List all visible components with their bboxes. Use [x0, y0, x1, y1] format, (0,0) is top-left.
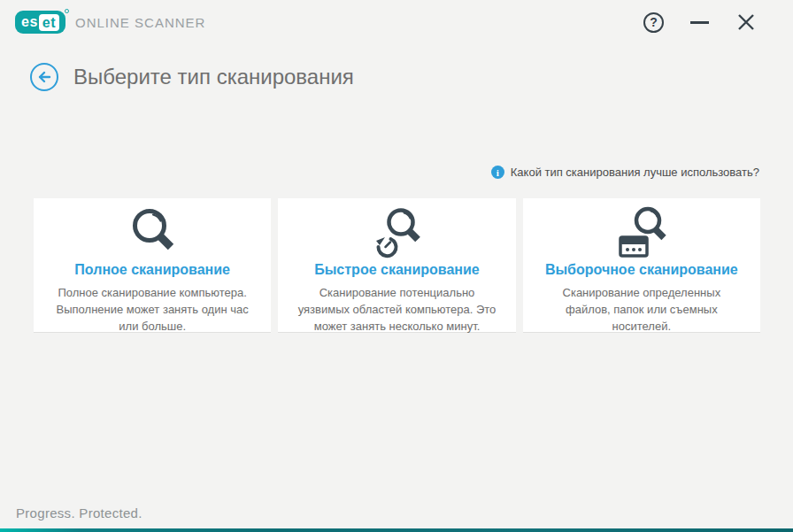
- help-link-row: i Какой тип сканирования лучше использов…: [491, 166, 759, 179]
- brand: es et ONLINE SCANNER: [15, 11, 205, 34]
- scan-type-cards: Полное сканирование Полное сканирование …: [34, 198, 760, 333]
- back-button[interactable]: [30, 63, 58, 91]
- titlebar: es et ONLINE SCANNER ?: [0, 0, 793, 44]
- eset-logo-text-right: et: [39, 14, 59, 31]
- bottom-accent-strip: [0, 528, 793, 532]
- quick-scan-card[interactable]: Быстрое сканирование Сканирование потенц…: [278, 198, 515, 333]
- card-title: Выборочное сканирование: [539, 262, 744, 278]
- close-button[interactable]: [735, 11, 758, 34]
- card-description: Сканирование определенных файлов, папок …: [539, 285, 744, 335]
- close-icon: [737, 13, 755, 31]
- arrow-left-icon: [37, 71, 51, 83]
- page-title-row: Выберите тип сканирования: [30, 63, 354, 91]
- eset-online-scanner-window: es et ONLINE SCANNER ?: [0, 0, 793, 532]
- full-scan-card[interactable]: Полное сканирование Полное сканирование …: [34, 198, 271, 333]
- magnifier-icon: [50, 205, 255, 262]
- info-icon: i: [491, 166, 504, 179]
- custom-scan-card[interactable]: Выборочное сканирование Сканирование опр…: [523, 198, 760, 333]
- product-name: ONLINE SCANNER: [75, 15, 205, 30]
- card-description: Сканирование потенциально уязвимых облас…: [294, 285, 499, 335]
- card-title: Быстрое сканирование: [294, 262, 499, 278]
- trademark-dot-icon: [65, 9, 69, 13]
- help-button[interactable]: ?: [643, 12, 664, 33]
- eset-logo: es et: [15, 11, 65, 34]
- question-mark-icon: ?: [650, 15, 658, 29]
- magnifier-timer-icon: [294, 205, 499, 262]
- scan-type-help-link[interactable]: Какой тип сканирования лучше использоват…: [511, 166, 759, 179]
- magnifier-files-icon: [539, 205, 744, 262]
- minimize-button[interactable]: [688, 12, 711, 33]
- page-title: Выберите тип сканирования: [73, 65, 354, 89]
- minimize-icon: [690, 21, 709, 24]
- card-description: Полное сканирование компьютера. Выполнен…: [50, 285, 255, 335]
- eset-logo-text-left: es: [21, 14, 38, 30]
- window-controls: ?: [643, 11, 758, 34]
- footer-tagline: Progress. Protected.: [16, 505, 142, 520]
- card-title: Полное сканирование: [50, 262, 255, 278]
